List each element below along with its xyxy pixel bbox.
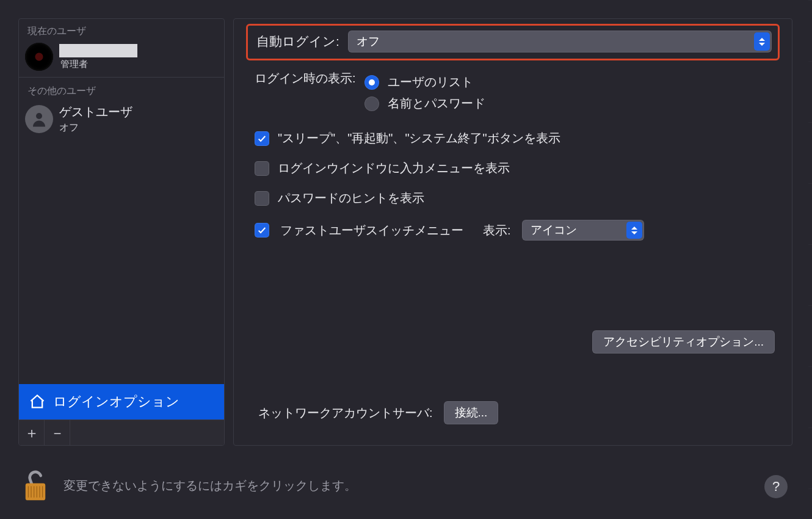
guest-avatar-icon [25, 105, 53, 133]
check-input-menu-row[interactable]: ログインウインドウに入力メニューを表示 [255, 160, 780, 176]
help-button[interactable]: ? [764, 475, 788, 498]
auto-login-label: 自動ログイン: [256, 33, 339, 50]
radio-user-list[interactable] [364, 75, 379, 90]
lock-bar: 変更できないようにするにはカギをクリックします。 [21, 468, 357, 503]
check-input-menu[interactable] [255, 161, 269, 176]
auto-login-select[interactable]: オフ [348, 31, 772, 53]
check-password-hints-row[interactable]: パスワードのヒントを表示 [255, 190, 780, 206]
check-password-hints[interactable] [255, 191, 269, 206]
login-options-item[interactable]: ログインオプション [19, 384, 224, 419]
check-fast-user-switch[interactable] [255, 223, 269, 238]
login-options-panel: 自動ログイン: オフ ログイン時の表示: ユーザのリスト 名前とパスワード [233, 18, 792, 446]
login-display-option-list[interactable]: ユーザのリスト [364, 74, 485, 90]
select-stepper-icon [626, 222, 642, 239]
network-account-connect-button[interactable]: 接続... [444, 401, 499, 424]
unlocked-padlock-icon[interactable] [21, 468, 50, 503]
check-password-hints-label: パスワードのヒントを表示 [278, 190, 424, 206]
radio-name-password-label: 名前とパスワード [388, 95, 485, 112]
house-icon [29, 393, 46, 410]
other-users-header: その他のユーザ [19, 79, 224, 100]
check-fast-user-switch-row[interactable]: ファストユーザスイッチメニュー 表示: アイコン [255, 220, 780, 241]
network-account-label: ネットワークアカウントサーバ: [258, 405, 433, 421]
guest-user-name: ゲストユーザ [59, 104, 132, 120]
current-user-role: 管理者 [59, 59, 137, 70]
guest-user-status: オフ [59, 122, 132, 134]
login-display-option-namepw[interactable]: 名前とパスワード [364, 95, 485, 112]
sidebar-divider [19, 77, 224, 78]
right-edge-ruler [808, 0, 812, 519]
radio-name-password[interactable] [364, 96, 379, 111]
fast-user-display-label: 表示: [483, 222, 511, 239]
check-input-menu-label: ログインウインドウに入力メニューを表示 [278, 160, 510, 176]
select-stepper-icon [754, 32, 770, 51]
login-display-label: ログイン時の表示: [255, 69, 356, 87]
guest-user-row[interactable]: ゲストユーザ オフ [19, 100, 224, 140]
check-sleep-restart-shutdown-label: "スリープ"、"再起動"、"システム終了"ボタンを表示 [278, 130, 560, 147]
check-sleep-restart-shutdown[interactable] [255, 131, 269, 146]
current-user-row[interactable]: 管理者 [19, 40, 224, 76]
sidebar-footer: ＋ － [19, 419, 224, 445]
login-options-label: ログインオプション [53, 393, 179, 411]
svg-point-0 [36, 113, 42, 119]
fast-user-display-select[interactable]: アイコン [522, 220, 644, 241]
fast-user-display-value: アイコン [531, 222, 577, 238]
current-user-name-redacted [59, 44, 137, 57]
radio-user-list-label: ユーザのリスト [388, 74, 473, 90]
check-fast-user-switch-label: ファストユーザスイッチメニュー [280, 222, 463, 239]
check-sleep-restart-shutdown-row[interactable]: "スリープ"、"再起動"、"システム終了"ボタンを表示 [255, 130, 780, 147]
remove-user-button[interactable]: － [45, 420, 70, 446]
users-sidebar: 現在のユーザ 管理者 その他のユーザ ゲストユーザ オフ [18, 18, 225, 446]
auto-login-row-highlight: 自動ログイン: オフ [246, 24, 780, 60]
current-user-avatar [25, 43, 53, 71]
accessibility-options-button[interactable]: アクセシビリティオプション... [592, 330, 775, 354]
auto-login-value: オフ [357, 34, 380, 49]
lock-bar-text: 変更できないようにするにはカギをクリックします。 [63, 477, 357, 494]
current-user-header: 現在のユーザ [19, 19, 224, 40]
add-user-button[interactable]: ＋ [19, 420, 45, 446]
